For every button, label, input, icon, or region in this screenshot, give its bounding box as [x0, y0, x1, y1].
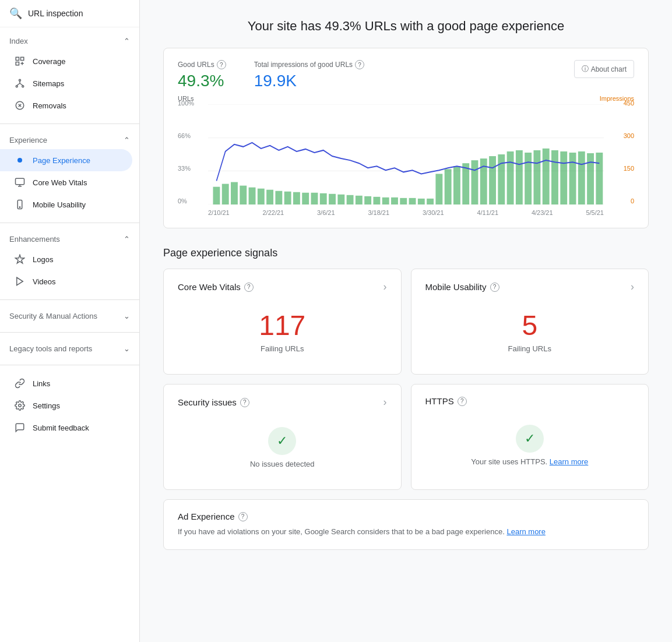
svg-rect-44	[462, 163, 469, 204]
sidebar-logos-label: Logos	[33, 255, 53, 264]
sidebar-legacy-header[interactable]: Legacy tools and reports ⌄	[0, 340, 139, 358]
sidebar-links-label: Links	[33, 379, 50, 388]
svg-rect-36	[391, 197, 398, 204]
core-web-vitals-help-icon[interactable]: ?	[244, 283, 254, 292]
svg-rect-29	[329, 194, 336, 204]
sidebar-enhancements-header[interactable]: Enhancements ⌃	[0, 230, 139, 248]
sidebar-bottom-section: Links Settings Submit feedback	[0, 368, 139, 443]
sidebar-index-header[interactable]: Index ⌃	[0, 32, 139, 50]
https-help-icon[interactable]: ?	[458, 397, 467, 406]
svg-rect-49	[507, 151, 514, 204]
mobile-usability-body: 5 Failing URLs	[425, 302, 635, 362]
https-success-icon: ✓	[516, 425, 544, 453]
good-urls-value: 49.3%	[178, 72, 226, 90]
svg-point-11	[19, 404, 22, 407]
sidebar-sitemaps-label: Sitemaps	[33, 79, 64, 88]
svg-rect-51	[525, 153, 532, 204]
https-learn-more-link[interactable]: Learn more	[550, 457, 588, 466]
sidebar-page-experience-label: Page Experience	[33, 156, 90, 165]
ad-experience-help-icon[interactable]: ?	[238, 512, 248, 521]
chart-canvas	[208, 104, 604, 204]
security-issues-card[interactable]: Security issues ? › ✓ No issues detected	[163, 384, 402, 490]
about-chart-button[interactable]: ⓘ About chart	[574, 60, 634, 78]
svg-rect-37	[400, 198, 407, 204]
videos-icon	[14, 276, 26, 287]
good-urls-label: Good URLs	[178, 61, 214, 69]
x-labels: 2/10/21 2/22/21 3/6/21 3/18/21 3/30/21 4…	[208, 209, 604, 216]
chevron-up-icon: ⌃	[124, 235, 130, 244]
core-web-vitals-title: Core Web Vitals ?	[178, 282, 254, 292]
sidebar-item-settings[interactable]: Settings	[0, 394, 132, 417]
good-urls-metric: Good URLs ? 49.3%	[178, 60, 226, 90]
sidebar-item-coverage[interactable]: Coverage	[0, 50, 132, 72]
svg-rect-50	[516, 150, 523, 204]
signals-grid: Core Web Vitals ? › 117 Failing URLs Mob…	[163, 269, 649, 490]
info-icon: ⓘ	[582, 64, 589, 74]
mobile-usability-help-icon[interactable]: ?	[490, 283, 499, 292]
svg-rect-35	[382, 197, 389, 204]
sidebar-index-section: Index ⌃ Coverage Sitemaps Removals	[0, 27, 139, 121]
sidebar-enhancements-section: Enhancements ⌃ Logos Videos	[0, 225, 139, 297]
svg-point-9	[19, 207, 20, 208]
svg-rect-0	[16, 57, 19, 60]
sidebar-item-logos[interactable]: Logos	[0, 248, 132, 270]
sidebar-item-submit-feedback[interactable]: Submit feedback	[0, 417, 132, 439]
chevron-right-icon: ›	[631, 281, 634, 293]
impressions-help-icon[interactable]: ?	[355, 60, 364, 69]
sidebar-item-videos[interactable]: Videos	[0, 270, 132, 292]
ad-experience-learn-more-link[interactable]: Learn more	[506, 527, 545, 536]
svg-rect-54	[551, 150, 558, 204]
sidebar-item-sitemaps[interactable]: Sitemaps	[0, 72, 132, 94]
sidebar-item-page-experience[interactable]: Page Experience	[0, 149, 132, 171]
sidebar-item-links[interactable]: Links	[0, 372, 132, 394]
mobile-usability-card-header: Mobile Usability ? ›	[425, 281, 635, 293]
security-issues-body: ✓ No issues detected	[178, 418, 387, 478]
core-web-vitals-card-header: Core Web Vitals ? ›	[178, 281, 387, 293]
svg-rect-18	[231, 182, 238, 204]
svg-rect-19	[240, 186, 247, 204]
security-status-text: No issues detected	[178, 460, 387, 468]
svg-rect-40	[427, 199, 434, 204]
mobile-usability-icon	[14, 199, 26, 210]
svg-rect-25	[293, 192, 300, 204]
sidebar-videos-label: Videos	[33, 277, 56, 286]
svg-rect-53	[543, 149, 550, 204]
https-status-text: Your site uses HTTPS. Learn more	[425, 457, 635, 466]
svg-rect-27	[311, 193, 318, 204]
mobile-usability-card[interactable]: Mobile Usability ? › 5 Failing URLs	[411, 269, 649, 375]
links-icon	[14, 378, 26, 389]
sidebar-url-inspection-item[interactable]: 🔍 URL inspection	[0, 0, 139, 27]
mobile-usability-failing-count: 5	[425, 312, 635, 340]
chevron-down-icon: ⌄	[124, 312, 130, 320]
good-urls-help-icon[interactable]: ?	[217, 60, 226, 69]
core-web-vitals-failing-count: 117	[178, 312, 387, 340]
svg-rect-17	[222, 184, 229, 204]
svg-rect-42	[445, 169, 452, 204]
svg-rect-20	[249, 188, 256, 204]
signals-title: Page experience signals	[163, 247, 649, 259]
svg-rect-22	[266, 190, 273, 204]
security-success-icon: ✓	[268, 427, 296, 455]
svg-rect-46	[480, 158, 487, 204]
core-web-vitals-failing-label: Failing URLs	[178, 344, 387, 353]
svg-point-5	[22, 86, 24, 87]
core-web-vitals-card[interactable]: Core Web Vitals ? › 117 Failing URLs	[163, 269, 402, 375]
settings-icon	[14, 400, 26, 411]
feedback-icon	[14, 422, 26, 433]
sidebar-item-removals[interactable]: Removals	[0, 94, 132, 117]
removals-icon	[14, 100, 26, 111]
y-labels-left: 100% 66% 33% 0%	[178, 100, 207, 204]
sidebar-item-mobile-usability[interactable]: Mobile Usability	[0, 193, 132, 216]
chart-header: Good URLs ? 49.3% Total impressions of g…	[178, 60, 634, 90]
chart-area: URLs Impressions 100% 66% 33% 0% 450 300…	[178, 100, 634, 216]
svg-rect-59	[596, 153, 603, 204]
core-web-vitals-icon	[14, 177, 26, 188]
sidebar-security-header[interactable]: Security & Manual Actions ⌄	[0, 307, 139, 325]
ad-experience-description: If you have ad violations on your site, …	[178, 526, 634, 538]
security-issues-help-icon[interactable]: ?	[240, 398, 249, 407]
https-card[interactable]: HTTPS ? ✓ Your site uses HTTPS. Learn mo…	[411, 384, 649, 490]
chevron-up-icon: ⌃	[124, 136, 130, 144]
sidebar-experience-header[interactable]: Experience ⌃	[0, 131, 139, 149]
sidebar-item-core-web-vitals[interactable]: Core Web Vitals	[0, 171, 132, 193]
svg-rect-34	[373, 197, 380, 204]
